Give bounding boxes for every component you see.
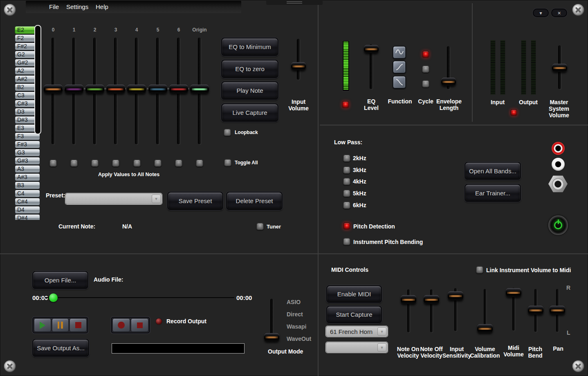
chevron-down-icon[interactable]: ▾ (377, 343, 386, 351)
volume-calibration-handle[interactable] (477, 324, 493, 333)
meter-led[interactable] (342, 101, 349, 108)
record-stop-button[interactable] (131, 318, 148, 332)
pan-handle[interactable] (550, 306, 565, 315)
note-item[interactable]: D#4 (15, 214, 40, 220)
output-mode-handle[interactable] (264, 333, 279, 342)
function-sine-button[interactable] (393, 46, 406, 59)
note-item[interactable]: G#3 (15, 157, 40, 165)
tuner-checkbox[interactable] (256, 223, 264, 230)
eq-to-zero-button[interactable]: EQ to zero (221, 60, 278, 78)
loopback-checkbox[interactable] (224, 129, 231, 136)
open-file-button[interactable]: Open File... (32, 271, 88, 289)
envelope-length-handle[interactable] (441, 78, 456, 86)
apply-band-4-checkbox[interactable] (133, 159, 141, 167)
eq-level-handle[interactable] (364, 45, 379, 53)
open-all-bands-button[interactable]: Open All Bands... (465, 162, 521, 180)
note-off-velocity-handle[interactable] (424, 295, 439, 304)
midi-device-dropdown[interactable]: ▾ (326, 342, 388, 353)
link-volume-checkbox[interactable] (476, 266, 483, 273)
note-item[interactable]: A#3 (15, 173, 40, 181)
toggle-all-checkbox[interactable] (224, 159, 231, 166)
current-note-value: N/A (122, 223, 132, 230)
output-mode-direct: Direct (287, 311, 303, 318)
pause-icon (58, 322, 63, 329)
output-filename-field[interactable] (112, 343, 245, 354)
stop-button[interactable] (70, 318, 87, 332)
save-output-as-button[interactable]: Save Output As... (32, 339, 89, 357)
seek-knob[interactable] (49, 293, 58, 302)
start-capture-button[interactable]: Start Capture (326, 306, 382, 323)
apply-band-2-checkbox[interactable] (91, 159, 99, 167)
function-ramp-up-button[interactable] (393, 60, 406, 74)
apply-band-0-checkbox[interactable] (49, 159, 57, 167)
note-item[interactable]: C#4 (15, 198, 40, 206)
enable-midi-button[interactable]: Enable MIDI (326, 285, 382, 303)
power-button[interactable] (548, 215, 568, 235)
eq-band-6-handle[interactable] (169, 85, 188, 94)
instrument-pitch-bending-checkbox[interactable] (343, 238, 350, 245)
function-ramp-down-button[interactable] (393, 76, 406, 89)
eq-band-2-handle[interactable] (85, 85, 104, 94)
power-icon-bar (558, 219, 559, 224)
cycle-option-1-led[interactable] (422, 51, 429, 58)
note-item[interactable]: A3 (15, 165, 40, 173)
apply-band-5-checkbox[interactable] (154, 159, 162, 167)
screw-icon (4, 360, 16, 372)
eq-band-origin-handle[interactable] (190, 85, 209, 94)
eq-to-minimum-button[interactable]: EQ to Minimum (221, 38, 278, 56)
window-grip-tab[interactable] (266, 0, 323, 5)
save-preset-button[interactable]: Save Preset (167, 192, 223, 210)
ear-trainer-button[interactable]: Ear Trainer... (465, 184, 521, 202)
apply-band-3-checkbox[interactable] (112, 159, 119, 167)
chevron-down-icon[interactable]: ▾ (152, 195, 161, 203)
note-item[interactable]: F#3 (15, 141, 40, 148)
record-button[interactable] (112, 318, 130, 332)
input-sensitivity-handle[interactable] (448, 291, 463, 300)
ramp-up-icon (395, 62, 404, 72)
pitch-bend-handle[interactable] (528, 306, 543, 315)
eq-band-5-handle[interactable] (148, 85, 167, 94)
apply-band-6-checkbox[interactable] (175, 159, 182, 167)
play-note-button[interactable]: Play Note (221, 81, 278, 100)
eq-band-3-handle[interactable] (106, 85, 125, 94)
play-button[interactable] (34, 318, 51, 332)
grip-line (287, 3, 302, 4)
preset-dropdown[interactable]: ▾ (65, 193, 162, 204)
apply-band-origin-checkbox[interactable] (196, 159, 203, 167)
note-item[interactable]: D4 (15, 206, 40, 214)
midi-volume-handle[interactable] (506, 288, 521, 297)
lowpass-5khz-checkbox[interactable] (343, 190, 350, 197)
lowpass-2khz-checkbox[interactable] (343, 154, 350, 162)
note-item[interactable]: B3 (15, 181, 40, 189)
seek-track[interactable] (45, 297, 234, 298)
lowpass-4khz-checkbox[interactable] (343, 178, 350, 185)
lowpass-6khz-checkbox[interactable] (343, 201, 350, 209)
eq-band-0-handle[interactable] (44, 85, 63, 94)
pause-button[interactable] (52, 318, 69, 332)
eq-band-4-handle[interactable] (127, 85, 146, 94)
input-volume-handle[interactable] (291, 62, 306, 70)
eq-band-1-handle[interactable] (65, 85, 83, 94)
menu-settings[interactable]: Settings (66, 3, 88, 10)
note-item[interactable]: C4 (15, 190, 40, 197)
live-capture-button[interactable]: Live Capture (221, 103, 278, 122)
note-on-velocity-handle[interactable] (401, 295, 416, 304)
close-button[interactable]: × (551, 9, 567, 17)
cycle-option-3-led[interactable] (422, 80, 429, 87)
delete-preset-button[interactable]: Delete Preset (226, 192, 283, 210)
cycle-option-2-led[interactable] (422, 65, 429, 73)
lowpass-3khz-checkbox[interactable] (343, 166, 350, 174)
menu-help[interactable]: Help (96, 3, 108, 10)
midi-instrument-dropdown[interactable]: 61 French Horn ▾ (326, 326, 388, 337)
note-list-scrollbar[interactable] (34, 25, 41, 134)
menu-file[interactable]: File (49, 3, 59, 10)
chevron-down-icon[interactable]: ▾ (377, 327, 386, 336)
note-item[interactable]: G3 (15, 149, 40, 157)
time-total: 00:00 (236, 294, 252, 301)
apply-band-1-checkbox[interactable] (70, 159, 78, 167)
pitch-detection-checkbox[interactable] (343, 222, 350, 230)
minimize-button[interactable]: ▾ (533, 9, 549, 17)
pitch-bend-label: PitchBend (525, 346, 545, 359)
input-volume-track[interactable] (297, 39, 300, 80)
master-volume-handle[interactable] (552, 64, 567, 72)
